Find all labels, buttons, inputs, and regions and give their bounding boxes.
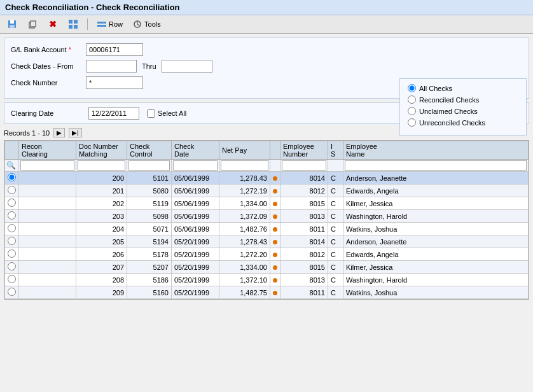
grid-button[interactable]: [65, 17, 81, 31]
svg-rect-6: [74, 20, 78, 24]
table-row: 208 5186 05/20/1999 1,372.10 8013 C Wash…: [5, 274, 529, 286]
cell-check-date-7: 05/20/1999: [172, 261, 219, 274]
row-select-cell-5[interactable]: [5, 235, 19, 248]
row-select-cell-4[interactable]: [5, 223, 19, 235]
unclaimed-checks-radio[interactable]: [408, 107, 416, 115]
magnifier-icon: 🔍: [6, 161, 16, 170]
row-select-cell-8[interactable]: [5, 274, 19, 286]
row-select-cell-7[interactable]: [5, 261, 19, 274]
cell-check-ctrl-6: 5178: [127, 248, 172, 261]
row-radio-2[interactable]: [8, 199, 16, 207]
row-radio-6[interactable]: [8, 249, 16, 258]
cell-net-pay-2: 1,334.00: [219, 197, 270, 210]
cell-indicator-8: [270, 274, 280, 286]
filter-recon-input[interactable]: [20, 160, 74, 171]
row-radio-8[interactable]: [8, 275, 16, 283]
row-label: Row: [109, 20, 123, 28]
filter-check-ctrl-input[interactable]: [128, 160, 170, 171]
cell-check-ctrl-8: 5186: [127, 274, 172, 286]
reconciled-checks-option[interactable]: Reconciled Checks: [408, 95, 518, 104]
gl-bank-account-input[interactable]: [86, 43, 143, 56]
row-radio-7[interactable]: [8, 262, 16, 270]
filter-check-ctrl[interactable]: [127, 160, 172, 172]
cell-is-9: C: [328, 286, 343, 299]
col-header-indicator: [270, 141, 280, 160]
row-select-cell-3[interactable]: [5, 210, 19, 223]
filter-net-pay[interactable]: [219, 160, 270, 172]
filter-sel: 🔍: [5, 160, 19, 172]
filter-emp-name[interactable]: [343, 160, 529, 172]
row-select-cell-2[interactable]: [5, 197, 19, 210]
select-all-checkbox-label[interactable]: Select All: [147, 109, 186, 118]
toolbar-separator: [87, 18, 88, 30]
cell-check-date-5: 05/20/1999: [172, 235, 219, 248]
row-select-cell-9[interactable]: [5, 286, 19, 299]
cell-check-ctrl-0: 5101: [127, 172, 172, 185]
row-button[interactable]: Row: [93, 17, 125, 31]
row-radio-1[interactable]: [8, 186, 16, 194]
cell-emp-name-2: Kilmer, Jessica: [343, 197, 529, 210]
table-row: 203 5098 05/06/1999 1,372.09 8013 C Wash…: [5, 210, 529, 223]
gl-bank-account-label: G/L Bank Account *: [11, 46, 81, 53]
reconciled-checks-radio[interactable]: [408, 95, 416, 104]
tools-button[interactable]: Tools: [129, 17, 163, 31]
cell-doc-0: 200: [76, 172, 127, 185]
filter-net-pay-input[interactable]: [221, 160, 268, 171]
cell-indicator-3: [270, 210, 280, 223]
filter-emp-num-input[interactable]: [282, 160, 326, 171]
cell-emp-num-4: 8011: [280, 223, 328, 235]
check-number-input[interactable]: [86, 76, 143, 89]
save-button[interactable]: [4, 17, 20, 31]
orange-indicator: [273, 278, 277, 283]
cell-emp-num-6: 8012: [280, 248, 328, 261]
unclaimed-checks-option[interactable]: Unclaimed Checks: [408, 107, 518, 115]
check-dates-thru-input[interactable]: [162, 60, 212, 73]
select-all-checkbox[interactable]: [147, 109, 155, 118]
cell-check-date-2: 05/06/1999: [172, 197, 219, 210]
clearing-date-input[interactable]: [88, 107, 139, 120]
row-radio-9[interactable]: [8, 288, 16, 296]
table-filter-row: 🔍: [5, 160, 529, 172]
cell-net-pay-9: 1,482.75: [219, 286, 270, 299]
row-select-cell-0[interactable]: [5, 172, 19, 185]
cell-check-ctrl-4: 5071: [127, 223, 172, 235]
grid-icon: [67, 18, 79, 30]
cell-doc-9: 209: [76, 286, 127, 299]
all-checks-option[interactable]: All Checks: [408, 84, 518, 92]
row-radio-0[interactable]: [8, 173, 16, 181]
check-dates-label: Check Dates - From: [11, 62, 81, 70]
delete-button[interactable]: ✖: [45, 17, 61, 31]
next-page-button[interactable]: ▶: [53, 128, 65, 137]
check-dates-from-input[interactable]: [86, 60, 137, 73]
copy-button[interactable]: [24, 17, 41, 31]
filter-doc[interactable]: [76, 160, 127, 172]
cell-emp-name-5: Anderson, Jeanette: [343, 235, 529, 248]
cell-indicator-6: [270, 248, 280, 261]
clearing-date-label: Clearing Date: [11, 109, 81, 117]
filter-check-date-input[interactable]: [173, 160, 218, 171]
unreconciled-checks-radio[interactable]: [408, 118, 416, 127]
filter-recon[interactable]: [19, 160, 76, 172]
cell-recon-8: [19, 274, 76, 286]
cell-indicator-4: [270, 223, 280, 235]
filter-emp-name-input[interactable]: [345, 160, 527, 171]
unreconciled-checks-option[interactable]: Unreconciled Checks: [408, 118, 518, 127]
filter-doc-input[interactable]: [78, 160, 125, 171]
filter-emp-num[interactable]: [280, 160, 328, 172]
all-checks-radio[interactable]: [408, 84, 416, 92]
save-icon: [6, 18, 18, 30]
row-select-cell-1[interactable]: [5, 185, 19, 197]
data-table-wrapper: ReconClearing Doc NumberMatching CheckCo…: [4, 140, 529, 300]
cell-check-ctrl-1: 5080: [127, 185, 172, 197]
cell-check-ctrl-9: 5160: [127, 286, 172, 299]
last-page-button[interactable]: ▶|: [69, 128, 82, 137]
cell-net-pay-0: 1,278.43: [219, 172, 270, 185]
cell-indicator-2: [270, 197, 280, 210]
cell-emp-name-9: Watkins, Joshua: [343, 286, 529, 299]
filter-check-date[interactable]: [172, 160, 219, 172]
row-radio-5[interactable]: [8, 237, 16, 245]
cell-emp-num-5: 8014: [280, 235, 328, 248]
row-select-cell-6[interactable]: [5, 248, 19, 261]
row-radio-3[interactable]: [8, 211, 16, 220]
row-radio-4[interactable]: [8, 224, 16, 232]
